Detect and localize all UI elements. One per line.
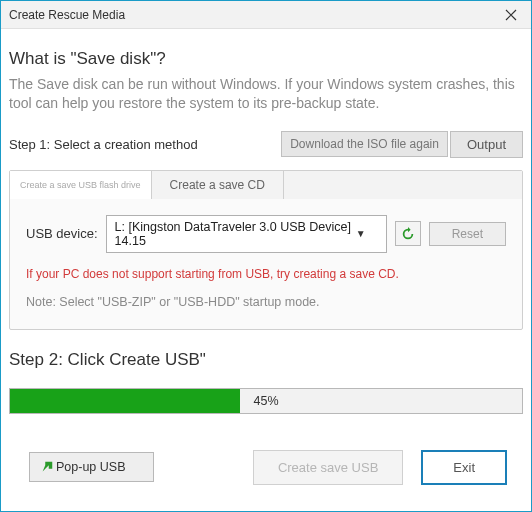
usb-device-value: L: [Kingston DataTraveler 3.0 USB Device… <box>115 220 356 248</box>
create-save-usb-button[interactable]: Create save USB <box>253 450 403 485</box>
step1-row: Step 1: Select a creation method Downloa… <box>9 131 523 158</box>
usb-note-text: Note: Select "USB-ZIP" or "USB-HDD" star… <box>26 295 506 309</box>
tab-cd[interactable]: Create a save CD <box>152 171 284 199</box>
right-bottom-buttons: Create save USB Exit <box>253 450 507 485</box>
step2-heading: Step 2: Click Create USB" <box>9 350 523 370</box>
exit-button[interactable]: Exit <box>421 450 507 485</box>
refresh-button[interactable] <box>395 221 421 246</box>
chevron-down-icon: ▼ <box>356 228 366 239</box>
popup-usb-label: Pop-up USB <box>56 460 125 474</box>
bottom-button-row: Pop-up USB Create save USB Exit <box>9 450 523 489</box>
tab-headers: Create a save USB flash drive Create a s… <box>10 171 522 199</box>
content-area: What is "Save disk"? The Save disk can b… <box>1 29 531 511</box>
step1-controls: Download the ISO file again Output <box>281 131 523 158</box>
titlebar: Create Rescue Media <box>1 1 531 29</box>
refresh-icon <box>401 227 415 241</box>
device-row: USB device: L: [Kingston DataTraveler 3.… <box>26 215 506 253</box>
download-iso-button[interactable]: Download the ISO file again <box>281 131 448 157</box>
usb-device-select[interactable]: L: [Kingston DataTraveler 3.0 USB Device… <box>106 215 387 253</box>
intro-heading: What is "Save disk"? <box>9 49 523 69</box>
usb-tab-body: USB device: L: [Kingston DataTraveler 3.… <box>10 199 522 329</box>
intro-description: The Save disk can be run without Windows… <box>9 75 523 113</box>
output-button[interactable]: Output <box>450 131 523 158</box>
reset-button[interactable]: Reset <box>429 222 506 246</box>
usb-device-label: USB device: <box>26 226 98 241</box>
progress-bar: 45% <box>9 388 523 414</box>
close-icon <box>505 9 517 21</box>
popup-usb-button[interactable]: Pop-up USB <box>29 452 154 482</box>
eject-arrow-icon <box>40 460 54 474</box>
usb-warning-text: If your PC does not support starting fro… <box>26 267 506 281</box>
rescue-media-window: Create Rescue Media What is "Save disk"?… <box>0 0 532 512</box>
tab-usb[interactable]: Create a save USB flash drive <box>10 171 152 199</box>
progress-text: 45% <box>10 389 522 413</box>
window-title: Create Rescue Media <box>9 8 125 22</box>
creation-method-tabs: Create a save USB flash drive Create a s… <box>9 170 523 330</box>
close-button[interactable] <box>499 3 523 27</box>
step1-label: Step 1: Select a creation method <box>9 137 198 152</box>
